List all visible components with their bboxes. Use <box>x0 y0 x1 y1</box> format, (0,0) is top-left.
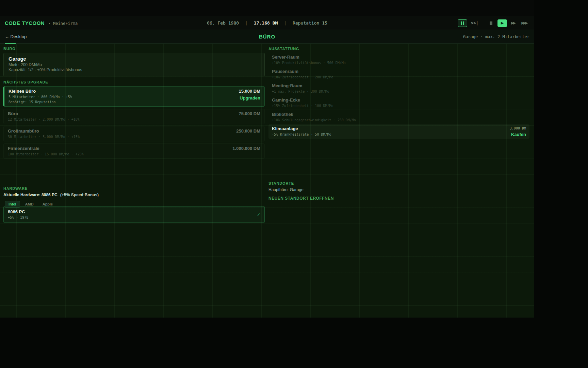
equipment-info: Bibliothek +10% Schulungsgeschwindigkeit… <box>272 112 356 122</box>
equipment-item-gaming-ecke: Gaming-Ecke +15% Zufriedenheit · 100 DM/… <box>268 96 529 110</box>
upgrade-price: 75.000 DM <box>239 111 260 117</box>
main-content: BÜRO Garage Miete: 200 DM/Mo Kapazität: … <box>0 44 534 318</box>
hardware-name: 8086 PC <box>8 209 28 215</box>
step-forward-button[interactable]: >>| <box>470 19 479 27</box>
equipment-item-pausenraum: Pausenraum +10% Zufriedenheit · 200 DM/M… <box>268 67 529 81</box>
upgrade-name: Firmenzentrale <box>8 146 84 151</box>
open-new-location-button[interactable]: NEUEN STANDORT ERÖFFNEN <box>268 196 334 201</box>
equipment-details: +1 max. Projekte · 300 DM/Mo <box>272 89 329 94</box>
back-to-desktop-button[interactable]: ← Desktop <box>5 34 27 39</box>
upgrade-requirement: Benötigt: 15 Reputation <box>9 100 72 104</box>
equipment-details: +15% Zufriedenheit · 100 DM/Mo <box>272 104 333 108</box>
window-top-strip <box>0 0 534 16</box>
upgrade-details: 5 Mitarbeiter · 800 DM/Mo · +5% <box>9 95 72 99</box>
pause-toggle-button[interactable] <box>458 19 467 27</box>
upgrade-info: Büro 12 Mitarbeiter · 2.000 DM/Mo · +10% <box>8 111 80 122</box>
divider: | <box>284 20 287 26</box>
equipment-price-group: 3.000 DM Kaufen <box>510 126 526 137</box>
upgrade-item-kleines-buero: Kleines Büro 5 Mitarbeiter · 800 DM/Mo ·… <box>3 86 265 107</box>
upgrade-price: 15.000 DM <box>239 89 260 94</box>
office-name: Garage <box>9 56 260 62</box>
upgrade-info: Kleines Büro 5 Mitarbeiter · 800 DM/Mo ·… <box>9 89 72 104</box>
tab-amd[interactable]: AMD <box>21 201 37 208</box>
section-label-next-upgrade: NÄCHSTES UPGRADE <box>3 80 265 85</box>
speed-3x-button[interactable]: ▶▶▶ <box>520 19 529 27</box>
upgrade-info: Großraumbüro 30 Mitarbeiter · 5.000 DM/M… <box>8 128 80 139</box>
sub-header: ← Desktop BÜRO Garage · max. 2 Mitarbeit… <box>0 30 534 44</box>
top-bar: CODE TYCOON · MeineFirma 06. Feb 1980 | … <box>0 16 534 30</box>
equipment-name: Server-Raum <box>272 55 346 60</box>
equipment-item-meeting-raum: Meeting-Raum +1 max. Projekte · 300 DM/M… <box>268 81 529 95</box>
upgrade-price: 1.000.000 DM <box>232 146 260 151</box>
divider: | <box>245 20 248 26</box>
upgrade-details: 30 Mitarbeiter · 5.000 DM/Mo · +15% <box>8 135 80 139</box>
equipment-info: Klimaanlage -5% Krankheitsrate · 50 DM/M… <box>272 126 331 137</box>
game-date: 06. Feb 1980 <box>207 20 239 26</box>
upgrade-button[interactable]: Upgraden <box>240 95 260 101</box>
money-display: 17.168 DM <box>254 20 278 26</box>
active-tab-indicator <box>5 43 16 44</box>
speed-group: ▶ ▶▶ ▶▶▶ <box>486 19 529 27</box>
hardware-details: +5% · 1978 <box>8 215 28 220</box>
hardware-item-8086-pc[interactable]: 8086 PC +5% · 1978 ✓ <box>3 206 265 223</box>
section-label-standorte: STANDORTE <box>268 181 529 186</box>
left-column: BÜRO Garage Miete: 200 DM/Mo Kapazität: … <box>3 46 265 318</box>
section-label-buero: BÜRO <box>3 46 265 51</box>
status-cluster: 06. Feb 1980 | 17.168 DM | Reputation 15 <box>207 20 327 26</box>
time-controls: >>| ▶ ▶▶ ▶▶▶ <box>458 19 529 27</box>
hardware-brand-tabs: Intel AMD Apple <box>3 201 265 208</box>
equipment-item-klimaanlage: Klimaanlage -5% Krankheitsrate · 50 DM/M… <box>268 124 529 139</box>
equipment-info: Pausenraum +10% Zufriedenheit · 200 DM/M… <box>272 69 333 79</box>
pause-icon <box>490 21 492 25</box>
upgrade-price: 250.000 DM <box>236 128 260 134</box>
right-column: AUSSTATTUNG Server-Raum +10% Produktivit… <box>268 46 529 318</box>
brand-group: CODE TYCOON · MeineFirma <box>5 20 78 26</box>
equipment-details: +10% Zufriedenheit · 200 DM/Mo <box>272 75 333 79</box>
upgrade-price-group: 75.000 DM <box>239 111 260 117</box>
current-hardware-label: Aktuelle Hardware: 8086 PC <box>3 193 58 197</box>
tab-apple[interactable]: Apple <box>39 201 57 208</box>
equipment-details: +10% Produktivitätsbonus · 500 DM/Mo <box>272 61 346 65</box>
equipment-name: Pausenraum <box>272 69 333 74</box>
equipment-name: Bibliothek <box>272 112 356 117</box>
upgrade-info: Firmenzentrale 100 Mitarbeiter · 15.000 … <box>8 146 84 156</box>
equipment-price: 3.000 DM <box>510 126 526 131</box>
upgrade-details: 12 Mitarbeiter · 2.000 DM/Mo · +10% <box>8 117 80 122</box>
equipment-item-bibliothek: Bibliothek +10% Schulungsgeschwindigkeit… <box>268 110 529 124</box>
tab-intel[interactable]: Intel <box>5 201 20 208</box>
upgrade-details: 100 Mitarbeiter · 15.000 DM/Mo · +25% <box>8 152 84 156</box>
speed-pause-button[interactable] <box>486 19 496 27</box>
speed-2x-button[interactable]: ▶▶ <box>509 19 518 27</box>
current-hardware-line: Aktuelle Hardware: 8086 PC (+5% Speed-Bo… <box>3 193 265 197</box>
upgrade-name: Büro <box>8 111 80 117</box>
office-rent: Miete: 200 DM/Mo <box>9 62 260 67</box>
equipment-details: +10% Schulungsgeschwindigkeit · 250 DM/M… <box>272 118 356 122</box>
upgrade-item-grossraumbuero: Großraumbüro 30 Mitarbeiter · 5.000 DM/M… <box>3 126 265 141</box>
upgrade-item-buero: Büro 12 Mitarbeiter · 2.000 DM/Mo · +10%… <box>3 109 265 124</box>
main-office-line: Hauptbüro: Garage <box>268 187 529 192</box>
equipment-info: Meeting-Raum +1 max. Projekte · 300 DM/M… <box>272 83 329 94</box>
section-label-ausstattung: AUSSTATTUNG <box>268 46 529 51</box>
equipment-name: Gaming-Ecke <box>272 97 333 103</box>
upgrade-item-firmenzentrale: Firmenzentrale 100 Mitarbeiter · 15.000 … <box>3 143 265 159</box>
locations-section: STANDORTE Hauptbüro: Garage NEUEN STANDO… <box>268 181 529 201</box>
hardware-info: 8086 PC +5% · 1978 <box>8 209 28 220</box>
equipment-name: Meeting-Raum <box>272 83 329 89</box>
company-name: · MeineFirma <box>48 21 78 26</box>
upgrade-name: Kleines Büro <box>9 89 72 94</box>
speed-1x-button[interactable]: ▶ <box>497 19 507 27</box>
upgrade-name: Großraumbüro <box>8 128 80 134</box>
reputation-display: Reputation 15 <box>293 20 327 26</box>
upgrade-price-group: 1.000.000 DM <box>232 146 260 151</box>
upgrade-price-group: 15.000 DM Upgraden <box>239 89 260 101</box>
page-title: BÜRO <box>259 34 275 40</box>
pause-icon <box>461 21 464 25</box>
upgrade-price-group: 250.000 DM <box>236 128 260 134</box>
equipment-info: Server-Raum +10% Produktivitätsbonus · 5… <box>272 55 346 65</box>
check-icon: ✓ <box>257 212 260 217</box>
equipment-details: -5% Krankheitsrate · 50 DM/Mo <box>272 132 331 137</box>
office-capacity: Kapazität: 1/2 · +0% Produktivitätsbonus <box>9 67 260 73</box>
equipment-info: Gaming-Ecke +15% Zufriedenheit · 100 DM/… <box>272 97 333 108</box>
buy-button[interactable]: Kaufen <box>511 132 526 137</box>
app-title: CODE TYCOON <box>5 20 45 26</box>
